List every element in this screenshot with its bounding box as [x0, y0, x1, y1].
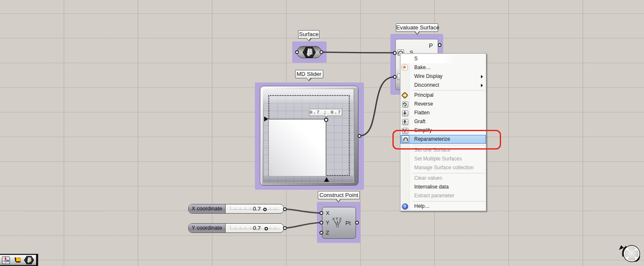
svg-text:Y: Y: [336, 217, 338, 221]
svg-text:?: ?: [404, 204, 406, 209]
svg-text:X: X: [332, 217, 335, 221]
svg-text:Z: Z: [339, 217, 342, 221]
